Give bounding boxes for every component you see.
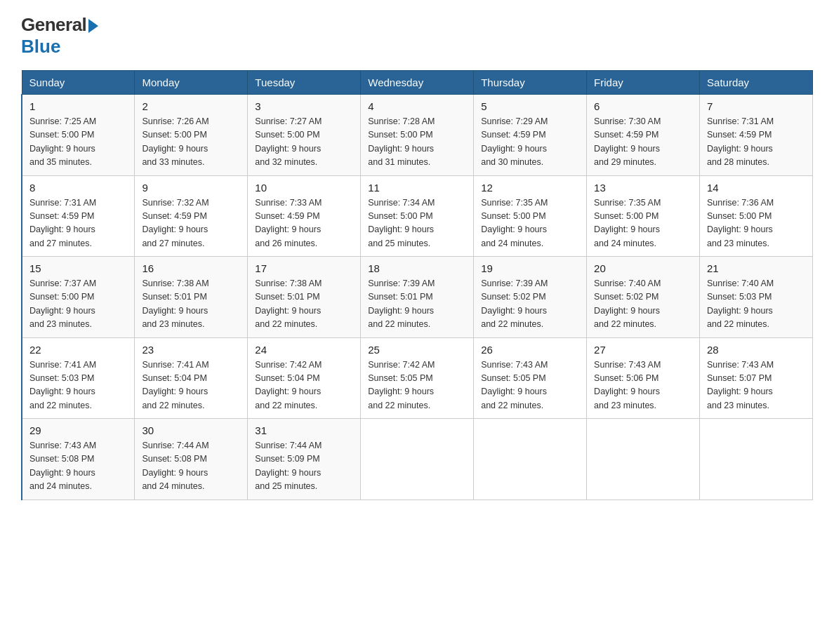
calendar-cell: 2Sunrise: 7:26 AMSunset: 5:00 PMDaylight… xyxy=(135,95,248,176)
week-row-5: 29Sunrise: 7:43 AMSunset: 5:08 PMDayligh… xyxy=(22,419,813,500)
day-number: 28 xyxy=(707,344,805,356)
day-info: Sunrise: 7:44 AMSunset: 5:09 PMDaylight:… xyxy=(255,439,353,494)
calendar-cell: 3Sunrise: 7:27 AMSunset: 5:00 PMDaylight… xyxy=(248,95,361,176)
day-info: Sunrise: 7:28 AMSunset: 5:00 PMDaylight:… xyxy=(368,115,466,170)
day-info: Sunrise: 7:38 AMSunset: 5:01 PMDaylight:… xyxy=(255,277,353,332)
calendar-cell: 10Sunrise: 7:33 AMSunset: 4:59 PMDayligh… xyxy=(248,175,361,257)
day-info: Sunrise: 7:41 AMSunset: 5:03 PMDaylight:… xyxy=(29,358,127,413)
day-info: Sunrise: 7:27 AMSunset: 5:00 PMDaylight:… xyxy=(255,115,353,170)
week-row-3: 15Sunrise: 7:37 AMSunset: 5:00 PMDayligh… xyxy=(22,257,813,338)
logo: General Blue xyxy=(21,14,98,58)
day-number: 22 xyxy=(29,344,127,356)
calendar-cell: 8Sunrise: 7:31 AMSunset: 4:59 PMDaylight… xyxy=(22,175,135,257)
logo-arrow-icon xyxy=(88,19,98,33)
day-number: 20 xyxy=(594,262,692,274)
day-number: 30 xyxy=(142,424,240,436)
header-friday: Friday xyxy=(587,71,700,95)
calendar-cell: 25Sunrise: 7:42 AMSunset: 5:05 PMDayligh… xyxy=(361,337,474,419)
day-number: 24 xyxy=(255,344,353,356)
day-number: 21 xyxy=(707,262,805,274)
day-info: Sunrise: 7:34 AMSunset: 5:00 PMDaylight:… xyxy=(368,196,466,251)
day-info: Sunrise: 7:42 AMSunset: 5:04 PMDaylight:… xyxy=(255,358,353,413)
calendar-cell: 23Sunrise: 7:41 AMSunset: 5:04 PMDayligh… xyxy=(135,337,248,419)
logo-general-text: General xyxy=(21,14,86,36)
day-number: 23 xyxy=(142,344,240,356)
calendar-cell xyxy=(361,419,474,500)
calendar-cell: 14Sunrise: 7:36 AMSunset: 5:00 PMDayligh… xyxy=(700,175,813,257)
day-number: 8 xyxy=(29,182,127,194)
day-number: 6 xyxy=(594,100,692,112)
day-info: Sunrise: 7:30 AMSunset: 4:59 PMDaylight:… xyxy=(594,115,692,170)
day-info: Sunrise: 7:41 AMSunset: 5:04 PMDaylight:… xyxy=(142,358,240,413)
day-number: 10 xyxy=(255,182,353,194)
day-info: Sunrise: 7:43 AMSunset: 5:05 PMDaylight:… xyxy=(481,358,579,413)
day-info: Sunrise: 7:40 AMSunset: 5:03 PMDaylight:… xyxy=(707,277,805,332)
calendar-cell: 4Sunrise: 7:28 AMSunset: 5:00 PMDaylight… xyxy=(361,95,474,176)
day-number: 1 xyxy=(29,100,127,112)
day-info: Sunrise: 7:35 AMSunset: 5:00 PMDaylight:… xyxy=(481,196,579,251)
calendar-cell: 21Sunrise: 7:40 AMSunset: 5:03 PMDayligh… xyxy=(700,257,813,338)
calendar-cell: 18Sunrise: 7:39 AMSunset: 5:01 PMDayligh… xyxy=(361,257,474,338)
day-info: Sunrise: 7:38 AMSunset: 5:01 PMDaylight:… xyxy=(142,277,240,332)
calendar-cell xyxy=(474,419,587,500)
logo-blue-text: Blue xyxy=(21,36,60,58)
day-number: 25 xyxy=(368,344,466,356)
calendar-cell: 5Sunrise: 7:29 AMSunset: 4:59 PMDaylight… xyxy=(474,95,587,176)
calendar-table: SundayMondayTuesdayWednesdayThursdayFrid… xyxy=(21,70,813,500)
day-info: Sunrise: 7:26 AMSunset: 5:00 PMDaylight:… xyxy=(142,115,240,170)
day-number: 7 xyxy=(707,100,805,112)
header-monday: Monday xyxy=(135,71,248,95)
calendar-cell: 29Sunrise: 7:43 AMSunset: 5:08 PMDayligh… xyxy=(22,419,135,500)
day-number: 14 xyxy=(707,182,805,194)
header-saturday: Saturday xyxy=(700,71,813,95)
calendar-cell: 26Sunrise: 7:43 AMSunset: 5:05 PMDayligh… xyxy=(474,337,587,419)
calendar-cell: 17Sunrise: 7:38 AMSunset: 5:01 PMDayligh… xyxy=(248,257,361,338)
calendar-cell: 9Sunrise: 7:32 AMSunset: 4:59 PMDaylight… xyxy=(135,175,248,257)
calendar-cell: 15Sunrise: 7:37 AMSunset: 5:00 PMDayligh… xyxy=(22,257,135,338)
calendar-cell: 16Sunrise: 7:38 AMSunset: 5:01 PMDayligh… xyxy=(135,257,248,338)
day-info: Sunrise: 7:32 AMSunset: 4:59 PMDaylight:… xyxy=(142,196,240,251)
header-tuesday: Tuesday xyxy=(248,71,361,95)
day-info: Sunrise: 7:39 AMSunset: 5:01 PMDaylight:… xyxy=(368,277,466,332)
calendar-cell: 28Sunrise: 7:43 AMSunset: 5:07 PMDayligh… xyxy=(700,337,813,419)
day-number: 12 xyxy=(481,182,579,194)
day-number: 3 xyxy=(255,100,353,112)
calendar-header: SundayMondayTuesdayWednesdayThursdayFrid… xyxy=(22,71,813,95)
day-info: Sunrise: 7:43 AMSunset: 5:08 PMDaylight:… xyxy=(29,439,127,494)
day-info: Sunrise: 7:40 AMSunset: 5:02 PMDaylight:… xyxy=(594,277,692,332)
week-row-2: 8Sunrise: 7:31 AMSunset: 4:59 PMDaylight… xyxy=(22,175,813,257)
day-info: Sunrise: 7:42 AMSunset: 5:05 PMDaylight:… xyxy=(368,358,466,413)
calendar-cell: 1Sunrise: 7:25 AMSunset: 5:00 PMDaylight… xyxy=(22,95,135,176)
calendar-cell: 22Sunrise: 7:41 AMSunset: 5:03 PMDayligh… xyxy=(22,337,135,419)
calendar-cell: 12Sunrise: 7:35 AMSunset: 5:00 PMDayligh… xyxy=(474,175,587,257)
day-info: Sunrise: 7:31 AMSunset: 4:59 PMDaylight:… xyxy=(29,196,127,251)
calendar-cell xyxy=(700,419,813,500)
page-header: General Blue xyxy=(21,14,813,58)
header-thursday: Thursday xyxy=(474,71,587,95)
day-number: 18 xyxy=(368,262,466,274)
day-info: Sunrise: 7:31 AMSunset: 4:59 PMDaylight:… xyxy=(707,115,805,170)
day-number: 26 xyxy=(481,344,579,356)
calendar-cell xyxy=(587,419,700,500)
day-info: Sunrise: 7:33 AMSunset: 4:59 PMDaylight:… xyxy=(255,196,353,251)
day-info: Sunrise: 7:43 AMSunset: 5:06 PMDaylight:… xyxy=(594,358,692,413)
calendar-cell: 11Sunrise: 7:34 AMSunset: 5:00 PMDayligh… xyxy=(361,175,474,257)
week-row-4: 22Sunrise: 7:41 AMSunset: 5:03 PMDayligh… xyxy=(22,337,813,419)
day-number: 2 xyxy=(142,100,240,112)
calendar-cell: 31Sunrise: 7:44 AMSunset: 5:09 PMDayligh… xyxy=(248,419,361,500)
calendar-body: 1Sunrise: 7:25 AMSunset: 5:00 PMDaylight… xyxy=(22,95,813,500)
day-number: 15 xyxy=(29,262,127,274)
day-info: Sunrise: 7:29 AMSunset: 4:59 PMDaylight:… xyxy=(481,115,579,170)
day-number: 17 xyxy=(255,262,353,274)
calendar-cell: 13Sunrise: 7:35 AMSunset: 5:00 PMDayligh… xyxy=(587,175,700,257)
calendar-cell: 30Sunrise: 7:44 AMSunset: 5:08 PMDayligh… xyxy=(135,419,248,500)
week-row-1: 1Sunrise: 7:25 AMSunset: 5:00 PMDaylight… xyxy=(22,95,813,176)
day-info: Sunrise: 7:37 AMSunset: 5:00 PMDaylight:… xyxy=(29,277,127,332)
calendar-cell: 24Sunrise: 7:42 AMSunset: 5:04 PMDayligh… xyxy=(248,337,361,419)
header-row: SundayMondayTuesdayWednesdayThursdayFrid… xyxy=(22,71,813,95)
header-sunday: Sunday xyxy=(22,71,135,95)
calendar-cell: 27Sunrise: 7:43 AMSunset: 5:06 PMDayligh… xyxy=(587,337,700,419)
day-info: Sunrise: 7:25 AMSunset: 5:00 PMDaylight:… xyxy=(29,115,127,170)
day-number: 31 xyxy=(255,424,353,436)
day-number: 13 xyxy=(594,182,692,194)
